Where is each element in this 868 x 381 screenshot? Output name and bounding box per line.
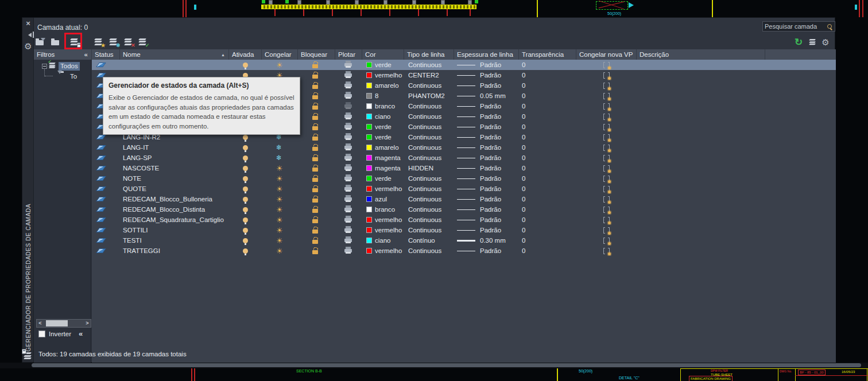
layer-search-box[interactable] — [762, 21, 835, 32]
layer-linetype-cell[interactable]: HIDDEN — [404, 163, 454, 173]
layer-vp-freeze-cell[interactable] — [576, 173, 637, 184]
column-header-congelar-nova-vp[interactable]: Congelar nova VP — [576, 49, 637, 60]
scroll-left-icon[interactable]: < — [37, 320, 44, 327]
layer-description-cell[interactable] — [637, 111, 765, 122]
layer-description-cell[interactable] — [637, 204, 765, 215]
layer-row[interactable]: NASCOSTE☀magentaHIDDENPadrão0 — [92, 163, 836, 173]
layer-vp-freeze-cell[interactable] — [576, 91, 637, 101]
layer-lock-cell[interactable] — [298, 194, 335, 204]
layer-color-cell[interactable]: magenta — [362, 163, 404, 173]
layer-description-cell[interactable] — [637, 246, 765, 256]
layer-vp-freeze-cell[interactable] — [576, 132, 637, 142]
layer-on-cell[interactable] — [229, 235, 262, 246]
layer-color-cell[interactable]: branco — [362, 101, 404, 111]
layer-transparency-cell[interactable]: 0 — [519, 184, 576, 194]
layer-on-cell[interactable] — [229, 153, 262, 163]
new-layer-button[interactable]: ★ — [91, 35, 105, 49]
layer-linetype-cell[interactable]: Continuous — [404, 122, 454, 132]
layer-description-cell[interactable] — [637, 101, 765, 111]
layer-description-cell[interactable] — [637, 163, 765, 173]
scrollbar-thumb[interactable] — [46, 320, 68, 326]
tree-node-child[interactable]: To — [70, 72, 77, 81]
layer-color-cell[interactable]: vermelho — [362, 70, 404, 80]
layer-name-cell[interactable]: LANG-SP — [120, 153, 229, 163]
layer-name-cell[interactable]: NASCOSTE — [120, 163, 229, 173]
layer-on-cell[interactable] — [229, 194, 262, 204]
layer-color-cell[interactable]: branco — [362, 204, 404, 215]
layer-vp-freeze-cell[interactable] — [576, 142, 637, 153]
layer-freeze-cell[interactable]: ☀ — [262, 215, 298, 225]
layer-plot-cell[interactable] — [335, 60, 362, 70]
layer-description-cell[interactable] — [637, 80, 765, 91]
layer-color-cell[interactable]: 8 — [362, 91, 404, 101]
layer-row[interactable]: LANG-IT❄amareloContinuousPadrão0 — [92, 142, 836, 153]
layer-transparency-cell[interactable]: 0 — [519, 111, 576, 122]
collapse-filters-icon[interactable]: « — [84, 49, 88, 60]
layer-lock-cell[interactable] — [298, 163, 335, 173]
layer-vp-freeze-cell[interactable] — [576, 80, 637, 91]
layer-linetype-cell[interactable]: Contínuo — [404, 235, 454, 246]
layer-plot-cell[interactable] — [335, 70, 362, 80]
new-property-filter-button[interactable] — [33, 35, 46, 49]
layer-lock-cell[interactable] — [298, 173, 335, 184]
layer-vp-freeze-cell[interactable] — [576, 235, 637, 246]
invert-filter-checkbox[interactable] — [38, 331, 45, 337]
layer-plot-cell[interactable] — [335, 101, 362, 111]
layer-lock-cell[interactable] — [298, 60, 335, 70]
layer-vp-freeze-cell[interactable] — [576, 60, 637, 70]
layer-lineweight-cell[interactable]: Padrão — [454, 225, 519, 235]
layer-linetype-cell[interactable]: Continuous — [404, 184, 454, 194]
tree-expand-icon[interactable] — [42, 64, 47, 69]
layer-lock-cell[interactable] — [298, 204, 335, 215]
layer-lock-cell[interactable] — [298, 70, 335, 80]
layer-lock-cell[interactable] — [298, 246, 335, 256]
layer-on-cell[interactable] — [229, 142, 262, 153]
layer-vp-freeze-cell[interactable] — [576, 215, 637, 225]
layer-on-cell[interactable] — [229, 163, 262, 173]
layer-color-cell[interactable]: vermelho — [362, 184, 404, 194]
column-header-nome[interactable]: Nome▲ — [120, 49, 229, 60]
column-header-plotar[interactable]: Plotar — [335, 49, 362, 60]
layer-plot-cell[interactable] — [335, 184, 362, 194]
drawing-horizontal-scrollbar[interactable] — [0, 363, 868, 368]
layer-transparency-cell[interactable]: 0 — [519, 215, 576, 225]
new-group-filter-button[interactable] — [48, 35, 62, 49]
layer-row[interactable]: TRATTEGGI☀vermelhoContinuousPadrão0 — [92, 246, 836, 256]
layer-lineweight-cell[interactable]: 0.30 mm — [454, 235, 519, 246]
layer-lock-cell[interactable] — [298, 122, 335, 132]
layer-name-cell[interactable]: TRATTEGGI — [120, 246, 229, 256]
layer-transparency-cell[interactable]: 0 — [519, 142, 576, 153]
layer-plot-cell[interactable] — [335, 91, 362, 101]
layer-vp-freeze-cell[interactable] — [576, 111, 637, 122]
layer-vp-freeze-cell[interactable] — [576, 246, 637, 256]
layer-transparency-cell[interactable]: 0 — [519, 132, 576, 142]
layer-name-cell[interactable]: NOTE — [120, 173, 229, 184]
layer-transparency-cell[interactable]: 0 — [519, 204, 576, 215]
layer-lineweight-cell[interactable]: Padrão — [454, 101, 519, 111]
layer-lock-cell[interactable] — [298, 153, 335, 163]
layer-linetype-cell[interactable]: Continuous — [404, 225, 454, 235]
layer-row[interactable]: REDECAM_Squadratura_Cartiglio☀vermelhoCo… — [92, 215, 836, 225]
scroll-right-icon[interactable]: > — [84, 320, 91, 327]
layer-color-cell[interactable]: ciano — [362, 111, 404, 122]
layer-transparency-cell[interactable]: 0 — [519, 70, 576, 80]
layer-freeze-cell[interactable]: ☀ — [262, 60, 298, 70]
layer-transparency-cell[interactable]: 0 — [519, 101, 576, 111]
layer-lineweight-cell[interactable]: Padrão — [454, 153, 519, 163]
layer-plot-cell[interactable] — [335, 204, 362, 215]
layer-transparency-cell[interactable]: 0 — [519, 60, 576, 70]
layer-freeze-cell[interactable]: ☀ — [262, 194, 298, 204]
tree-node-todos[interactable]: Todos — [59, 62, 80, 71]
layer-lineweight-cell[interactable]: Padrão — [454, 60, 519, 70]
layer-row[interactable]: LANG-SP❄magentaContinuousPadrão0 — [92, 153, 836, 163]
layer-linetype-cell[interactable]: Continuous — [404, 215, 454, 225]
layer-color-cell[interactable]: verde — [362, 122, 404, 132]
layer-transparency-cell[interactable]: 0 — [519, 225, 576, 235]
layer-lock-cell[interactable] — [298, 111, 335, 122]
layer-on-cell[interactable] — [229, 215, 262, 225]
layer-description-cell[interactable] — [637, 142, 765, 153]
layer-description-cell[interactable] — [637, 215, 765, 225]
collapse-panel-icon[interactable]: « — [79, 329, 83, 338]
layer-lock-cell[interactable] — [298, 80, 335, 91]
layer-description-cell[interactable] — [637, 132, 765, 142]
